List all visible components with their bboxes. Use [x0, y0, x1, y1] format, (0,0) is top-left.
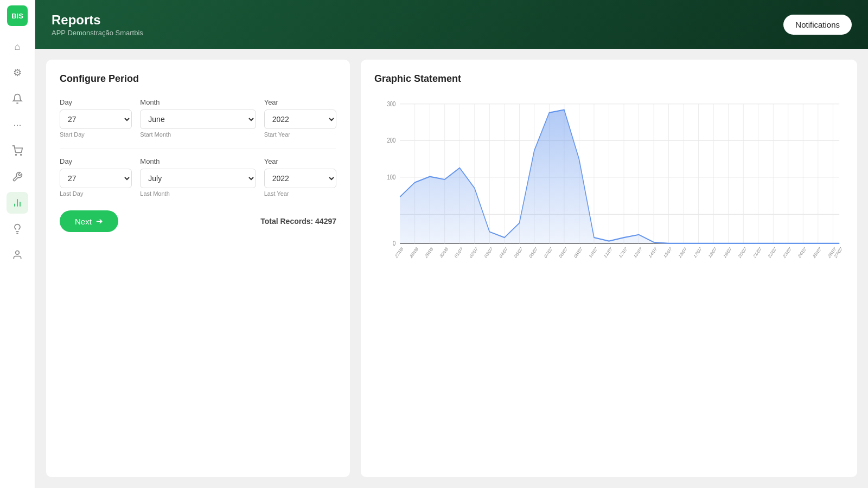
sidebar-item-more[interactable]: ···	[7, 114, 28, 136]
end-month-select[interactable]: JanuaryFebruaryMarchAprilMayJuneJulyAugu…	[140, 169, 256, 188]
svg-text:22/07: 22/07	[767, 246, 777, 259]
svg-text:02/07: 02/07	[469, 246, 479, 259]
svg-point-1	[21, 155, 22, 156]
end-year-sublabel: Last Year	[264, 190, 336, 197]
logo: BIS	[7, 5, 28, 26]
end-day-group: Day 123456789101112131415161718192021222…	[60, 157, 132, 197]
sidebar-item-reports[interactable]	[7, 192, 28, 214]
svg-text:100: 100	[387, 174, 396, 181]
svg-text:03/07: 03/07	[483, 246, 494, 259]
svg-text:11/07: 11/07	[603, 246, 614, 259]
sidebar: BIS ⌂ ⚙ ···	[0, 0, 35, 488]
end-month-label: Month	[140, 157, 256, 165]
end-day-label: Day	[60, 157, 132, 165]
end-year-label: Year	[264, 157, 336, 165]
total-records-value: 44297	[315, 217, 336, 226]
graphic-statement-title: Graphic Statement	[374, 73, 844, 85]
page-subtitle: APP Demonstração Smartbis	[52, 29, 143, 37]
header-title: Reports APP Demonstração Smartbis	[52, 12, 143, 37]
sidebar-item-home[interactable]: ⌂	[7, 36, 28, 57]
svg-text:28/06: 28/06	[409, 246, 419, 259]
svg-text:23/07: 23/07	[782, 246, 793, 259]
end-day-select[interactable]: 1234567891011121314151617181920212223242…	[60, 169, 132, 188]
sidebar-item-user[interactable]	[7, 244, 28, 266]
start-day-sublabel: Start Day	[60, 131, 132, 138]
end-month-sublabel: Last Month	[140, 190, 256, 197]
main-area: Reports APP Demonstração Smartbis Notifi…	[35, 0, 868, 488]
start-year-label: Year	[264, 98, 336, 106]
start-month-label: Month	[140, 98, 256, 106]
svg-text:20/07: 20/07	[737, 246, 748, 259]
graphic-statement-panel: Graphic Statement 300 200 100 0	[361, 60, 857, 477]
svg-text:01/07: 01/07	[454, 246, 464, 259]
svg-text:29/06: 29/06	[424, 246, 434, 259]
chart-container: 300 200 100 0	[374, 98, 844, 261]
configure-period-title: Configure Period	[60, 73, 336, 85]
start-year-sublabel: Start Year	[264, 131, 336, 138]
sidebar-item-bulb[interactable]	[7, 218, 28, 240]
form-footer: Next ➔ Total Records: 44297	[60, 210, 336, 232]
end-period-row: Day 123456789101112131415161718192021222…	[60, 157, 336, 197]
svg-text:17/07: 17/07	[693, 246, 703, 259]
end-year-select[interactable]: 2020202120222023	[264, 169, 336, 188]
svg-text:30/06: 30/06	[439, 246, 449, 259]
svg-text:10/07: 10/07	[588, 246, 598, 259]
chart-svg: 300 200 100 0	[374, 98, 844, 261]
svg-text:05/07: 05/07	[513, 246, 524, 259]
start-day-label: Day	[60, 98, 132, 106]
svg-text:08/07: 08/07	[558, 246, 569, 259]
total-records: Total Records: 44297	[260, 217, 336, 226]
svg-text:04/07: 04/07	[499, 246, 509, 259]
start-year-select[interactable]: 2020202120222023	[264, 110, 336, 129]
svg-text:24/07: 24/07	[797, 246, 807, 259]
divider	[60, 149, 336, 149]
svg-text:06/07: 06/07	[528, 246, 539, 259]
svg-text:14/07: 14/07	[648, 246, 658, 259]
next-label: Next	[75, 217, 92, 226]
sidebar-item-tools[interactable]	[7, 166, 28, 188]
sidebar-item-settings[interactable]: ⚙	[7, 62, 28, 84]
end-year-group: Year 2020202120222023 Last Year	[264, 157, 336, 197]
svg-text:25/07: 25/07	[812, 246, 822, 259]
total-records-label: Total Records:	[260, 217, 313, 226]
start-year-group: Year 2020202120222023 Start Year	[264, 98, 336, 138]
svg-text:0: 0	[393, 240, 395, 247]
end-month-group: Month JanuaryFebruaryMarchAprilMayJuneJu…	[140, 157, 256, 197]
svg-text:200: 200	[387, 137, 396, 144]
svg-text:16/07: 16/07	[678, 246, 688, 259]
start-month-sublabel: Start Month	[140, 131, 256, 138]
next-icon: ➔	[96, 216, 103, 226]
svg-text:300: 300	[387, 100, 396, 108]
next-button[interactable]: Next ➔	[60, 210, 118, 232]
start-month-select[interactable]: JanuaryFebruaryMarchAprilMayJuneJulyAugu…	[140, 110, 256, 129]
page-title: Reports	[52, 12, 143, 28]
svg-text:15/07: 15/07	[663, 246, 673, 259]
start-day-group: Day 123456789101112131415161718192021222…	[60, 98, 132, 138]
svg-text:13/07: 13/07	[633, 246, 643, 259]
svg-text:18/07: 18/07	[707, 246, 718, 259]
svg-text:21/07: 21/07	[752, 246, 763, 259]
svg-text:19/07: 19/07	[723, 246, 733, 259]
start-period-row: Day 123456789101112131415161718192021222…	[60, 98, 336, 138]
header: Reports APP Demonstração Smartbis Notifi…	[35, 0, 868, 49]
svg-text:09/07: 09/07	[573, 246, 583, 259]
svg-point-0	[16, 155, 17, 156]
configure-period-panel: Configure Period Day 1234567891011121314…	[46, 60, 350, 477]
start-day-select[interactable]: 1234567891011121314151617181920212223242…	[60, 110, 132, 129]
svg-text:12/07: 12/07	[618, 246, 628, 259]
svg-text:27/06: 27/06	[394, 246, 404, 259]
sidebar-item-cart[interactable]	[7, 140, 28, 162]
end-day-sublabel: Last Day	[60, 190, 132, 197]
start-month-group: Month JanuaryFebruaryMarchAprilMayJuneJu…	[140, 98, 256, 138]
content-area: Configure Period Day 1234567891011121314…	[35, 49, 868, 488]
sidebar-item-megaphone[interactable]	[7, 88, 28, 110]
notifications-button[interactable]: Notifications	[783, 15, 852, 35]
svg-point-7	[16, 251, 20, 255]
svg-text:07/07: 07/07	[543, 246, 553, 259]
